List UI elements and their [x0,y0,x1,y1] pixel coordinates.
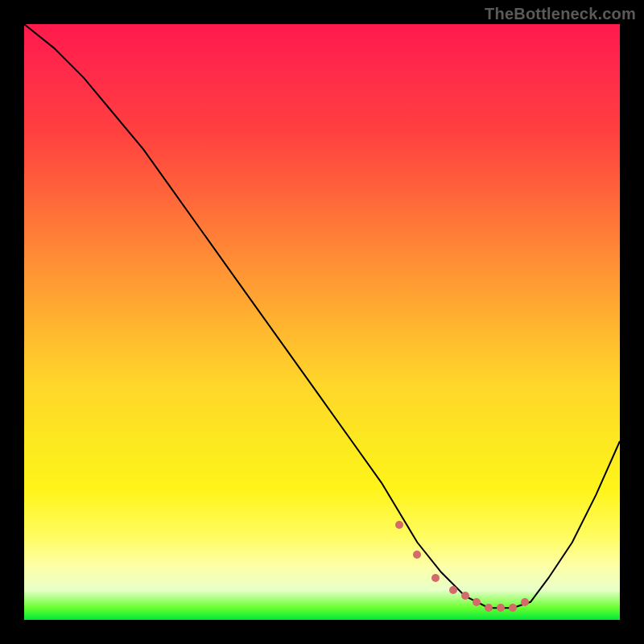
highlight-dot [395,521,403,529]
highlight-dot [473,598,481,606]
chart-container: TheBottleneck.com [0,0,644,644]
highlight-dot [461,592,469,600]
highlight-dot [413,551,421,559]
highlight-dot [431,574,440,582]
plot-area [24,24,620,620]
highlight-dot [521,598,529,606]
highlight-dots-group [24,24,620,620]
highlight-dot [509,604,517,612]
highlight-dot [449,586,457,594]
watermark-text: TheBottleneck.com [485,5,636,23]
highlight-dot [497,604,505,612]
highlight-dot [485,604,493,612]
